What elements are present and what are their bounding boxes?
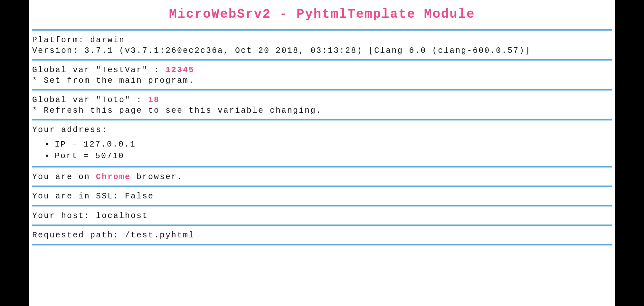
path-line: Requested path: /test.pyhtml xyxy=(32,230,612,241)
ip-label: IP = xyxy=(55,140,84,149)
version-label: Version: xyxy=(32,46,84,55)
path-value: /test.pyhtml xyxy=(125,231,194,240)
divider xyxy=(32,59,612,61)
address-block: Your address: IP = 127.0.0.1 Port = 5071… xyxy=(32,125,612,162)
divider xyxy=(32,29,612,31)
document-page: MicroWebSrv2 - PyhtmlTemplate Module Pla… xyxy=(29,0,615,306)
testvar-block: Global var "TestVar" : 12345 * Set from … xyxy=(32,65,612,86)
browser-name: Chrome xyxy=(96,172,131,182)
browser-line: You are on Chrome browser. xyxy=(32,172,612,183)
browser-block: You are on Chrome browser. xyxy=(32,172,612,183)
host-line: Your host: localhost xyxy=(32,211,612,222)
testvar-label: Global var "TestVar" : xyxy=(32,65,166,75)
toto-block: Global var "Toto" : 18 * Refresh this pa… xyxy=(32,95,612,116)
testvar-line: Global var "TestVar" : 12345 xyxy=(32,65,612,76)
platform-label: Platform: xyxy=(32,35,90,45)
path-label: Requested path: xyxy=(32,231,125,240)
port-value: 50710 xyxy=(95,151,124,161)
divider xyxy=(32,186,612,187)
address-ip-item: IP = 127.0.0.1 xyxy=(53,139,612,150)
version-value: 3.7.1 (v3.7.1:260ec2c36a, Oct 20 2018, 0… xyxy=(84,46,531,55)
address-port-item: Port = 50710 xyxy=(53,151,612,162)
ssl-block: You are in SSL: False xyxy=(32,191,612,202)
path-block: Requested path: /test.pyhtml xyxy=(32,230,612,241)
platform-line: Platform: darwin xyxy=(32,35,612,46)
address-heading: Your address: xyxy=(32,125,612,136)
divider xyxy=(32,119,612,120)
version-line: Version: 3.7.1 (v3.7.1:260ec2c36a, Oct 2… xyxy=(32,46,612,56)
browser-post: browser. xyxy=(131,172,183,182)
port-label: Port = xyxy=(55,151,95,161)
toto-note: * Refresh this page to see this variable… xyxy=(32,106,612,116)
host-value: localhost xyxy=(96,211,148,221)
host-block: Your host: localhost xyxy=(32,211,612,222)
page-title: MicroWebSrv2 - PyhtmlTemplate Module xyxy=(32,7,612,22)
divider xyxy=(32,166,612,167)
ssl-label: You are in SSL: xyxy=(32,192,125,201)
divider xyxy=(32,225,612,226)
toto-value: 18 xyxy=(148,95,160,105)
divider xyxy=(32,89,612,91)
host-label: Your host: xyxy=(32,211,96,221)
ssl-line: You are in SSL: False xyxy=(32,191,612,202)
toto-line: Global var "Toto" : 18 xyxy=(32,95,612,106)
testvar-note: * Set from the main program. xyxy=(32,76,612,86)
testvar-value: 12345 xyxy=(166,65,194,75)
divider xyxy=(32,205,612,206)
platform-value: darwin xyxy=(90,35,125,45)
divider xyxy=(32,244,612,245)
browser-pre: You are on xyxy=(32,172,96,182)
platform-block: Platform: darwin Version: 3.7.1 (v3.7.1:… xyxy=(32,35,612,56)
ip-value: 127.0.0.1 xyxy=(84,140,136,149)
toto-label: Global var "Toto" : xyxy=(32,95,148,105)
ssl-value: False xyxy=(125,192,154,201)
address-list: IP = 127.0.0.1 Port = 50710 xyxy=(53,139,612,162)
